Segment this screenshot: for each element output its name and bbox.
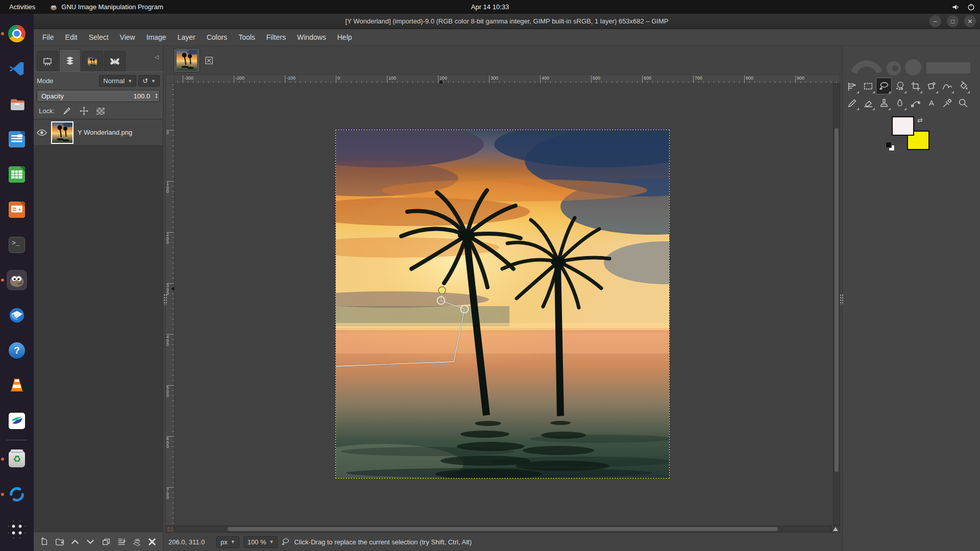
menu-image[interactable]: Image bbox=[141, 31, 172, 44]
zoom-select[interactable]: 100 %▼ bbox=[243, 536, 278, 548]
quick-mask-button[interactable] bbox=[165, 525, 175, 533]
menu-view[interactable]: View bbox=[114, 31, 141, 44]
dock-item-libreoffice-calc[interactable] bbox=[7, 164, 27, 185]
new-layer-button[interactable] bbox=[38, 535, 51, 548]
dock-item-help[interactable]: ? bbox=[7, 340, 27, 361]
tool-color-picker[interactable] bbox=[939, 94, 955, 111]
anchor-layer-button[interactable] bbox=[130, 535, 143, 548]
tool-eraser[interactable] bbox=[860, 94, 876, 111]
tab-layers[interactable] bbox=[59, 49, 81, 71]
clock[interactable]: Apr 14 10:33 bbox=[471, 3, 509, 11]
default-colors-icon[interactable] bbox=[886, 142, 895, 151]
menu-filters[interactable]: Filters bbox=[261, 31, 291, 44]
dock-item-terminal[interactable]: >_ bbox=[7, 235, 27, 255]
tab-images[interactable] bbox=[82, 51, 103, 71]
tab-device-status[interactable] bbox=[37, 51, 58, 71]
tab-menu-arrow-icon[interactable]: ◁ bbox=[155, 54, 159, 60]
layers-panel: ◁ Mode Normal▼ ↺▼ Opacity bbox=[34, 46, 163, 551]
window-titlebar[interactable]: [Y Wonderland] (imported)-9.0 (RGB color… bbox=[34, 14, 980, 29]
tool-bucket-fill[interactable] bbox=[955, 78, 971, 94]
tool-align[interactable] bbox=[844, 78, 860, 94]
layer-mode-select[interactable]: Normal▼ bbox=[99, 75, 136, 87]
maximize-button[interactable]: □ bbox=[947, 15, 959, 27]
tool-unified-transform[interactable] bbox=[923, 78, 939, 94]
panel-grip-left[interactable] bbox=[163, 294, 167, 305]
delete-layer-button[interactable] bbox=[145, 535, 159, 548]
dock-item-files[interactable] bbox=[7, 94, 27, 114]
activities-button[interactable]: Activities bbox=[0, 0, 44, 14]
tool-paintbrush[interactable] bbox=[844, 94, 860, 111]
tool-rectangle-select[interactable] bbox=[860, 78, 876, 94]
free-select-overlay[interactable] bbox=[336, 130, 669, 478]
dock-item-libreoffice-impress[interactable] bbox=[7, 199, 27, 220]
dock-item-trash[interactable]: ♻ bbox=[7, 449, 27, 469]
close-button[interactable]: ✕ bbox=[964, 15, 976, 27]
vertical-scrollbar-thumb[interactable] bbox=[835, 128, 839, 472]
menu-select[interactable]: Select bbox=[83, 31, 114, 44]
menu-colors[interactable]: Colors bbox=[201, 31, 233, 44]
visibility-eye-icon[interactable] bbox=[37, 129, 47, 136]
tool-text[interactable]: A bbox=[923, 94, 939, 111]
menu-layer[interactable]: Layer bbox=[172, 31, 201, 44]
horizontal-scrollbar-thumb[interactable] bbox=[228, 527, 778, 531]
menu-file[interactable]: File bbox=[37, 31, 60, 44]
image-tab[interactable] bbox=[174, 48, 200, 72]
minimize-button[interactable]: – bbox=[929, 15, 941, 27]
canvas-image[interactable] bbox=[336, 130, 669, 478]
opacity-slider[interactable]: Opacity 100.0 ▲▼ bbox=[37, 90, 160, 102]
unit-select[interactable]: px▼ bbox=[216, 536, 239, 548]
mode-switch-button[interactable]: ↺▼ bbox=[138, 75, 160, 87]
dock-item-software-updater[interactable] bbox=[7, 484, 27, 505]
merge-down-button[interactable] bbox=[115, 535, 128, 548]
duplicate-layer-button[interactable] bbox=[100, 535, 113, 548]
canvas-viewport[interactable] bbox=[175, 84, 833, 525]
tool-smudge[interactable] bbox=[892, 94, 908, 111]
tool-free-select[interactable] bbox=[876, 78, 892, 94]
ruler-label: 800 bbox=[744, 76, 753, 84]
tool-warp-transform[interactable] bbox=[939, 78, 955, 94]
dock-item-app-grid[interactable] bbox=[7, 519, 27, 540]
panel-grip-right[interactable] bbox=[840, 294, 843, 305]
tool-zoom[interactable] bbox=[955, 94, 971, 111]
tab-mypaint-brushes[interactable] bbox=[104, 51, 126, 71]
lock-pixels-icon[interactable] bbox=[63, 107, 71, 115]
horizontal-scrollbar[interactable] bbox=[175, 525, 831, 533]
raise-layer-button[interactable] bbox=[68, 535, 82, 548]
layer-row[interactable]: Y Wonderland.png bbox=[34, 119, 163, 146]
dock-item-vlc[interactable] bbox=[7, 375, 27, 396]
tool-clone[interactable] bbox=[876, 94, 892, 111]
tool-paths[interactable] bbox=[908, 94, 923, 111]
tool-crop[interactable] bbox=[908, 78, 923, 94]
opacity-spinners[interactable]: ▲▼ bbox=[155, 90, 158, 102]
swap-colors-icon[interactable]: ⇄ bbox=[917, 116, 923, 124]
ruler-label: -100 bbox=[285, 76, 296, 84]
menu-edit[interactable]: Edit bbox=[60, 31, 83, 44]
lower-layer-button[interactable] bbox=[84, 535, 97, 548]
power-icon[interactable] bbox=[967, 3, 975, 11]
layer-name[interactable]: Y Wonderland.png bbox=[78, 129, 132, 136]
ruler-label: -200 bbox=[234, 76, 244, 84]
vertical-scrollbar[interactable] bbox=[833, 84, 840, 525]
dock-item-chrome[interactable] bbox=[7, 23, 27, 44]
dock-item-thunderbird[interactable] bbox=[7, 305, 27, 325]
tool-fuzzy-select[interactable] bbox=[892, 78, 908, 94]
close-tab-icon[interactable] bbox=[205, 57, 213, 64]
dock-item-mail-client[interactable] bbox=[7, 411, 27, 431]
navigation-button[interactable] bbox=[831, 525, 840, 533]
menu-help[interactable]: Help bbox=[332, 31, 358, 44]
lock-position-icon[interactable] bbox=[80, 107, 88, 115]
new-layer-group-button[interactable] bbox=[53, 535, 66, 548]
dock-item-gimp[interactable] bbox=[7, 270, 27, 290]
volume-icon[interactable] bbox=[952, 4, 960, 11]
window-title: [Y Wonderland] (imported)-9.0 (RGB color… bbox=[346, 17, 669, 25]
focused-app-menu[interactable]: GNU Image Manipulation Program bbox=[44, 3, 168, 11]
dock-item-libreoffice-writer[interactable] bbox=[7, 129, 27, 149]
menu-tools[interactable]: Tools bbox=[233, 31, 261, 44]
navigation-icon bbox=[833, 527, 838, 531]
horizontal-ruler[interactable]: -300-200-1000100200300400500600700800900 bbox=[175, 74, 840, 84]
menu-windows[interactable]: Windows bbox=[291, 31, 332, 44]
ruler-corner-button[interactable] bbox=[165, 74, 175, 84]
dock-item-vscode[interactable] bbox=[7, 59, 27, 79]
lock-alpha-icon[interactable] bbox=[96, 108, 105, 115]
foreground-color-swatch[interactable] bbox=[892, 116, 914, 136]
